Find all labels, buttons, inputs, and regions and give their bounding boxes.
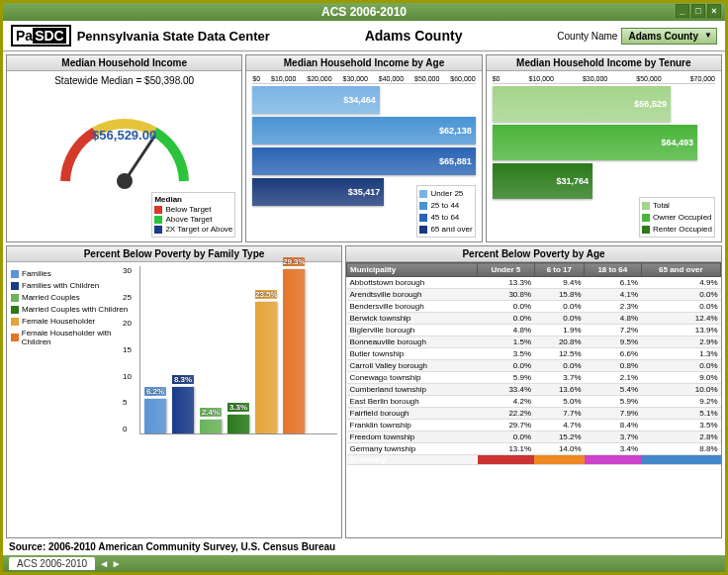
income-by-tenure-panel: Median Household Income by Tenure $0$10,… xyxy=(486,54,722,242)
table-row[interactable]: Bonneauville borough1.5%20.8%9.5%2.9% xyxy=(347,336,721,348)
org-name: Pennsylvania State Data Center xyxy=(77,29,270,44)
county-label: County Name xyxy=(557,31,617,42)
gauge-value: $56,529.00 xyxy=(46,128,204,143)
table-row[interactable]: Freedom township0.0%15.2%3.7%2.8% xyxy=(347,431,721,443)
table-row[interactable]: Germany township13.1%14.0%3.4%8.8% xyxy=(347,443,721,455)
table-row[interactable]: East Berlin borough4.2%5.0%5.9%9.2% xyxy=(347,396,721,408)
table-row[interactable]: Carroll Valley borough0.0%0.0%0.8%0.0% xyxy=(347,360,721,372)
table-row[interactable]: Bendersville borough0.0%0.0%2.3%0.0% xyxy=(347,301,721,313)
table-row[interactable]: Biglerville borough4.8%1.9%7.2%13.9% xyxy=(347,325,721,336)
minimize-button[interactable]: _ xyxy=(676,4,689,18)
poverty-age-title: Percent Below Poverty by Age xyxy=(346,246,721,262)
income-by-age-title: Median Household Income by Age xyxy=(246,55,481,71)
svg-line-1 xyxy=(125,137,154,181)
income-by-age-chart: $0$10,000$20,000$30,000$40,000$50,000$60… xyxy=(246,71,481,241)
table-row[interactable]: Fairfield borough22.2%7.7%7.9%5.1% xyxy=(347,408,721,420)
table-row[interactable]: Abbottstown borough13.3%9.4%6.1%4.9% xyxy=(347,277,721,289)
income-by-age-panel: Median Household Income by Age $0$10,000… xyxy=(245,54,482,242)
app-window: ACS 2006-2010 _ □ × PaSDC Pennsylvania S… xyxy=(3,3,725,572)
gauge-legend: Median Below TargetAbove Target2X Target… xyxy=(151,192,235,238)
table-row[interactable]: Cumberland township33.4%13.6%5.4%10.0% xyxy=(347,384,721,396)
poverty-age-table: MunicipalityUnder 56 to 1718 to 6465 and… xyxy=(346,262,721,537)
table-row[interactable]: Arendtsville borough30.8%15.8%4.1%0.0% xyxy=(347,289,721,301)
sheet-nav-icon[interactable]: ◄ ► xyxy=(99,558,122,569)
footer-bar: ACS 2006-2010 ◄ ► xyxy=(3,555,725,572)
table-row[interactable]: Franklin township29.7%4.7%8.4%3.5% xyxy=(347,420,721,431)
source-text: Source: 2006-2010 American Community Sur… xyxy=(3,538,725,555)
summary-row: Summary xyxy=(347,455,721,465)
header: PaSDC Pennsylvania State Data Center Ada… xyxy=(3,21,725,51)
poverty-age-panel: Percent Below Poverty by Age Municipalit… xyxy=(345,245,722,538)
poverty-family-panel: Percent Below Poverty by Family Type Fam… xyxy=(6,245,342,538)
gauge-title: Median Household Income xyxy=(7,55,241,71)
table-row[interactable]: Butler township3.5%12.5%6.6%1.3% xyxy=(347,348,721,360)
maximize-button[interactable]: □ xyxy=(691,4,705,18)
table-row[interactable]: Conewago township5.9%3.7%2.1%9.0% xyxy=(347,372,721,384)
county-dropdown[interactable]: Adams County xyxy=(621,28,717,45)
gauge-panel: Median Household Income Statewide Median… xyxy=(6,54,242,242)
close-button[interactable]: × xyxy=(707,4,721,18)
income-by-tenure-chart: $0$10,000$30,000$50,000$70,000 $56,529$6… xyxy=(487,71,721,241)
logo: PaSDC xyxy=(11,25,71,47)
footer-tab[interactable]: ACS 2006-2010 xyxy=(9,557,95,570)
poverty-family-chart: 302520151050 6.2%8.3%2.4%3.3%23.5%29.3% xyxy=(139,266,337,434)
poverty-family-legend: FamiliesFamilies with ChildrenMarried Co… xyxy=(11,266,139,533)
income-by-tenure-title: Median Household Income by Tenure xyxy=(487,55,721,71)
table-row[interactable]: Berwick township0.0%0.0%4.8%12.4% xyxy=(347,313,721,325)
county-title: Adams County xyxy=(270,28,558,44)
title-bar: ACS 2006-2010 _ □ × xyxy=(3,3,725,21)
gauge-chart: $56,529.00 xyxy=(46,92,204,191)
title-text: ACS 2006-2010 xyxy=(321,5,407,19)
statewide-median: Statewide Median = $50,398.00 xyxy=(7,75,241,86)
